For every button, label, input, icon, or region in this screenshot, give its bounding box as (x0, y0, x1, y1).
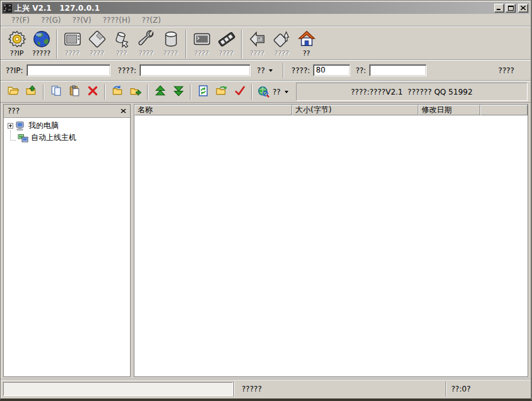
toolbar-button-home[interactable]: ?? (294, 29, 319, 57)
toolbar-separator (186, 30, 187, 59)
titlebar[interactable]: 上兴 V2.1 127.0.0.1 (2, 2, 529, 14)
menu-item-file[interactable]: ??(F) (6, 15, 35, 26)
toolbar-button-label: ???? (65, 49, 80, 57)
search-dropdown[interactable]: ?? (255, 84, 291, 99)
tree-item-auto-online-hosts[interactable]: 自动上线主机 (5, 132, 129, 144)
delete-x-icon (87, 85, 98, 98)
sidebar-title: ??? (8, 107, 121, 115)
column-header-size[interactable]: 大小(字节) (292, 105, 418, 115)
tree-connector (10, 131, 16, 141)
folder-upload-icon (26, 85, 37, 98)
download-button[interactable] (169, 84, 187, 100)
upload-button[interactable] (151, 84, 169, 100)
toolbar-button-keyboard[interactable]: ???? (214, 29, 239, 57)
table-header: 名称 大小(字节) 修改日期 (134, 105, 528, 115)
info-text: ????:????V2.1 ?????? QQ 51992 (351, 88, 473, 96)
password-label: ??: (355, 66, 366, 75)
toolbar-button-label: ???? (163, 49, 178, 57)
main-toolbar: ??IP ????? ???? ???? ??? (1, 26, 531, 60)
maximize-button[interactable] (505, 4, 516, 13)
globe-icon (32, 29, 52, 49)
diamond-up-icon (272, 29, 292, 49)
file-toolbar: ?? ????:????V2.1 ?????? QQ 51992 (1, 81, 531, 103)
toolbar-button-settings[interactable]: ???? (134, 29, 158, 57)
toolbar-button-label: ???? (194, 49, 209, 57)
folder-sync-icon (216, 85, 227, 98)
toolbar-button-label: ???? (250, 49, 264, 57)
connect-dropdown-label: ?? (257, 66, 265, 75)
folder-sync-button[interactable] (212, 84, 230, 100)
progress-panel (3, 382, 233, 396)
domain-label: ????: (118, 66, 137, 75)
toolbar-button-label: ???? (275, 49, 289, 57)
toolbar-separator (251, 84, 252, 100)
ip-label: ??IP: (6, 66, 23, 75)
statusbar-separator (446, 381, 447, 397)
delete-button[interactable] (83, 84, 102, 100)
statusbar-separator (233, 381, 235, 397)
toolbar-button-modify-ip[interactable]: ??IP (4, 29, 29, 57)
addressbar-separator (283, 63, 284, 78)
go-button[interactable]: ???? (499, 66, 514, 75)
column-header-date[interactable]: 修改日期 (418, 105, 480, 115)
toolbar-button-terminal[interactable]: ???? (189, 29, 214, 57)
monitor-icon (62, 29, 83, 49)
keyboard-icon (216, 29, 237, 49)
menu-item-manage[interactable]: ??(G) (35, 15, 66, 26)
toolbar-button-label: ???? (139, 49, 153, 57)
folder-export-button[interactable] (126, 84, 145, 100)
menu-item-about[interactable]: ??(Z) (136, 15, 167, 26)
toolbar-button-process[interactable]: ??? (109, 29, 134, 57)
menu-item-view[interactable]: ??(V) (66, 15, 97, 26)
window-title: 上兴 V2.1 127.0.0.1 (15, 4, 494, 13)
window-controls (494, 4, 528, 13)
column-header-extra[interactable] (480, 105, 528, 115)
ip-input[interactable] (27, 64, 110, 76)
domain-input[interactable] (139, 64, 251, 76)
toolbar-button-registry[interactable]: ???? (158, 29, 183, 57)
port-label: ????: (292, 66, 310, 75)
cylinder-arrow-icon (112, 29, 132, 49)
toolbar-button-update[interactable]: ???? (269, 29, 294, 57)
toolbar-button-label: ???? (90, 49, 104, 57)
folder-import-button[interactable] (108, 84, 126, 100)
menu-item-help[interactable]: ????(H) (97, 15, 136, 26)
folder-upload-button[interactable] (22, 84, 40, 100)
port-input[interactable]: 80 (313, 64, 350, 76)
close-button[interactable] (518, 4, 528, 13)
tree-item-my-computer[interactable]: 我的电脑 (5, 120, 129, 132)
copy-icon (50, 85, 62, 98)
file-table: 名称 大小(字节) 修改日期 (134, 104, 528, 377)
toolbar-button-online-hosts[interactable]: ????? (29, 29, 54, 57)
connect-dropdown[interactable]: ?? (254, 65, 275, 76)
toolbar-separator (241, 30, 242, 59)
toolbar-button-screen[interactable]: ???? (60, 29, 85, 57)
sidebar-panel: ??? 我的电脑 (3, 104, 131, 377)
minimize-button[interactable] (494, 4, 504, 13)
paste-icon (69, 85, 80, 98)
toolbar-button-label: ??? (116, 49, 127, 57)
statusbar-message: ????? (242, 385, 262, 393)
table-body[interactable] (134, 115, 528, 376)
confirm-button[interactable] (230, 84, 249, 100)
column-header-name[interactable]: 名称 (134, 105, 292, 115)
password-input[interactable] (369, 64, 427, 76)
toolbar-button-capture[interactable]: ???? (245, 29, 269, 57)
toolbar-separator (147, 84, 148, 100)
refresh-icon (198, 85, 209, 98)
statusbar: ????? ??:0? (1, 379, 531, 398)
toolbar-button-files[interactable]: ???? (85, 29, 109, 57)
tree-item-label: 自动上线主机 (31, 132, 76, 143)
image-back-icon (247, 29, 268, 49)
menubar: ??(F) ??(G) ??(V) ????(H) ??(Z) (1, 14, 531, 26)
paste-button[interactable] (65, 84, 83, 100)
copy-button[interactable] (47, 84, 65, 100)
panel-close-icon[interactable] (121, 107, 126, 115)
toolbar-separator (190, 84, 191, 100)
statusbar-counter: ??:0? (451, 385, 471, 393)
tree-expander-icon[interactable] (8, 123, 13, 129)
web-search-icon (257, 86, 269, 98)
refresh-button[interactable] (194, 84, 212, 100)
open-folder-button[interactable] (4, 84, 22, 100)
computer-icon (15, 121, 26, 131)
